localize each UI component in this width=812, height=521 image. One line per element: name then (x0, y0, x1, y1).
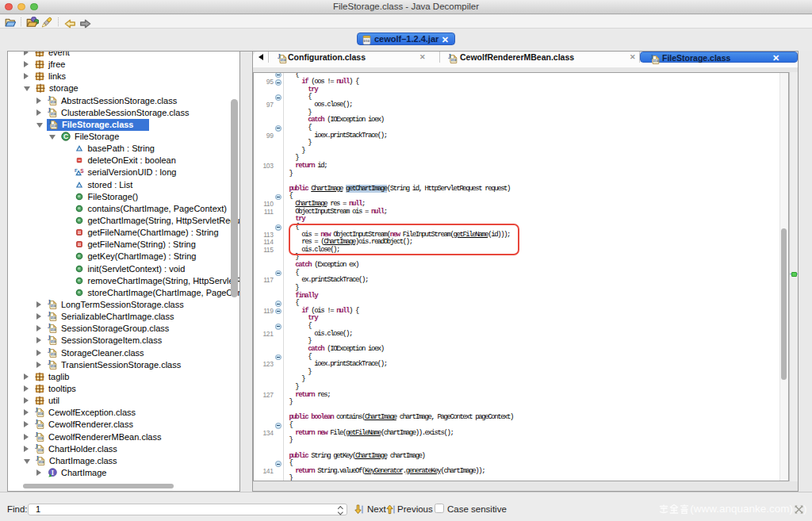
svg-text:I: I (52, 469, 54, 477)
svg-text:010: 010 (50, 364, 56, 368)
svg-text:010: 010 (50, 316, 56, 320)
svg-text:010: 010 (37, 424, 44, 428)
svg-text:C: C (63, 132, 68, 140)
svg-text:010: 010 (37, 412, 44, 416)
svg-text:010: 010 (50, 340, 56, 344)
svg-text:010: 010 (50, 100, 56, 104)
svg-text:010: 010 (50, 304, 56, 308)
svg-text:010: 010 (364, 39, 370, 43)
svg-text:010: 010 (450, 58, 457, 62)
svg-text:010: 010 (50, 328, 56, 332)
svg-text:010: 010 (653, 59, 659, 63)
svg-text:010: 010 (50, 112, 56, 116)
svg-text:010: 010 (37, 448, 44, 452)
svg-text:010: 010 (37, 436, 44, 440)
svg-text:010: 010 (280, 58, 286, 62)
svg-text:010: 010 (38, 460, 44, 464)
svg-text:S: S (80, 169, 84, 174)
svg-text:010: 010 (50, 352, 56, 356)
svg-text:010: 010 (51, 124, 57, 128)
